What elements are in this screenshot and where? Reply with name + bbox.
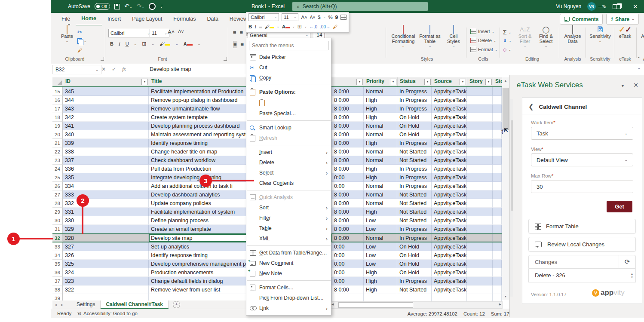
format-table-button[interactable]: Format Table	[528, 219, 636, 233]
review-local-changes-button[interactable]: ⋯ Review Local Changes	[528, 237, 636, 251]
comments-button[interactable]: Comments	[560, 14, 603, 25]
cell[interactable]: Appvity.eTask	[432, 173, 467, 182]
cell[interactable]: 8 0:00	[332, 190, 364, 199]
max-row-input[interactable]: 30	[531, 180, 633, 193]
cell[interactable]: 333	[63, 190, 149, 199]
cell[interactable]: On Hold	[397, 122, 432, 130]
cell[interactable]: Appvity.eTask	[432, 139, 467, 147]
cell[interactable]	[467, 96, 493, 104]
cell[interactable]	[467, 182, 493, 190]
row-number[interactable]: 18	[52, 113, 63, 122]
format-as-table-button[interactable]: Format as Table⌄	[418, 27, 442, 49]
column-header-priority[interactable]: Priority▾	[364, 77, 398, 86]
cell[interactable]: 341	[63, 122, 149, 130]
cell[interactable]: High	[364, 139, 397, 147]
row-number[interactable]: 24	[52, 165, 63, 173]
cell[interactable]	[467, 122, 493, 130]
cell[interactable]	[493, 96, 502, 104]
menu-search-input[interactable]: Search the menus	[249, 41, 328, 50]
column-header-status[interactable]: Status▾	[398, 77, 432, 86]
cell[interactable]: 338	[63, 147, 149, 156]
cell[interactable]: 322	[63, 285, 149, 294]
row-number[interactable]: 19	[52, 122, 63, 130]
sensitivity-button[interactable]: 🖺Sensitivity⌄	[588, 27, 612, 44]
mini-currency-icon[interactable]: $	[318, 15, 320, 20]
cell[interactable]: Appvity.eTask	[432, 216, 467, 225]
menu-item-paste-special[interactable]: Paste Special…	[246, 108, 331, 119]
align-top-icon[interactable]: ≡	[233, 29, 236, 36]
get-button[interactable]: Get	[607, 201, 632, 212]
cell[interactable]	[493, 173, 502, 182]
cell[interactable]: 331	[63, 208, 149, 216]
cell[interactable]: Normal	[364, 182, 397, 190]
filter-icon[interactable]: ▾	[485, 79, 492, 85]
approval-matrix-button[interactable]: ✓✓Approval Matrix	[638, 27, 644, 44]
menu-item-sort[interactable]: Sort›	[246, 202, 331, 213]
cell[interactable]: 328	[63, 234, 149, 242]
align-left-icon[interactable]: ≡	[233, 41, 237, 48]
cell[interactable]	[467, 165, 493, 173]
cell[interactable]: High	[364, 208, 397, 216]
menu-item-table[interactable]: Table›	[246, 223, 331, 233]
cell[interactable]: Low	[364, 242, 397, 251]
cell[interactable]: Appvity.eTask	[432, 87, 467, 96]
cell[interactable]	[467, 260, 493, 268]
cell[interactable]: 0:00	[332, 251, 364, 260]
cancel-icon[interactable]: ✕	[101, 66, 106, 72]
mini-size-combo[interactable]: 11⌄	[282, 13, 298, 21]
cell[interactable]: 0:00	[332, 260, 364, 268]
undo-icon[interactable]: ↶⌄	[124, 0, 132, 14]
cell[interactable]: Not Started	[397, 156, 432, 165]
cell[interactable]: On Hold	[397, 242, 432, 251]
cell[interactable]: Normal	[364, 147, 397, 156]
changes-box[interactable]: Changes ⟳	[528, 255, 636, 269]
cell[interactable]: 326	[63, 251, 149, 260]
mini-shrink-font-icon[interactable]: A˅	[310, 15, 316, 20]
cell[interactable]: Appvity.eTask	[432, 147, 467, 156]
cell[interactable]	[493, 251, 502, 260]
column-header-sto[interactable]: Sto	[493, 77, 502, 86]
mini-format-painter-icon[interactable]: 🖌	[333, 24, 337, 29]
cut-icon[interactable]: ✂	[77, 29, 82, 35]
row-number[interactable]: 36	[52, 268, 63, 277]
mini-comma-icon[interactable]: 𝟗	[335, 15, 338, 20]
cell[interactable]: On Hold	[397, 113, 432, 122]
cell[interactable]: Normal	[364, 156, 397, 165]
cell[interactable]: 330	[63, 216, 149, 225]
menu-item-clear-contents[interactable]: Clear Contents	[246, 178, 331, 188]
name-box[interactable]: B32⌄	[52, 65, 101, 74]
vertical-scroll-thumb[interactable]	[503, 88, 509, 130]
cell[interactable]	[467, 277, 493, 285]
cell[interactable]: 329	[63, 225, 149, 233]
cell[interactable]: In Progress	[397, 104, 432, 113]
row-number[interactable]: 28	[52, 199, 63, 208]
cell[interactable]	[467, 268, 493, 277]
cell[interactable]: Appvity.eTask	[432, 96, 467, 104]
menu-item-new-comment[interactable]: New Comment	[246, 258, 331, 268]
work-item-select[interactable]: Task⌄	[531, 127, 633, 140]
cell[interactable]	[493, 113, 502, 122]
cell[interactable]	[493, 225, 502, 233]
horizontal-scrollbar[interactable]: ◀ ▶	[330, 301, 503, 309]
row-number[interactable]: 31	[52, 225, 63, 233]
fill-icon[interactable]: ⬇⌄	[503, 38, 512, 43]
cell[interactable]	[493, 147, 502, 156]
cell[interactable]: 340	[63, 130, 149, 139]
row-number[interactable]: 33	[52, 242, 63, 251]
row-number[interactable]: 20	[52, 130, 63, 139]
cell[interactable]: Not Started	[397, 199, 432, 208]
row-number[interactable]: 37	[52, 277, 63, 285]
cell[interactable]: 8 0:00	[332, 147, 364, 156]
row-number[interactable]: 15	[52, 87, 63, 96]
cell[interactable]: 0:00	[332, 277, 364, 285]
cell[interactable]: Low	[364, 225, 397, 233]
close-button[interactable]: ✕	[627, 0, 644, 13]
font-name-combo[interactable]: Calibri⌄	[108, 29, 152, 37]
underline-icon[interactable]: U	[126, 41, 129, 46]
view-select[interactable]: Default View⌄	[531, 153, 633, 166]
cell[interactable]: High	[364, 268, 397, 277]
horizontal-scroll-thumb[interactable]	[338, 302, 413, 308]
cell[interactable]: On Hold	[397, 260, 432, 268]
cell[interactable]: 323	[63, 277, 149, 285]
collapse-ribbon-icon[interactable]: ⌃	[637, 56, 641, 61]
